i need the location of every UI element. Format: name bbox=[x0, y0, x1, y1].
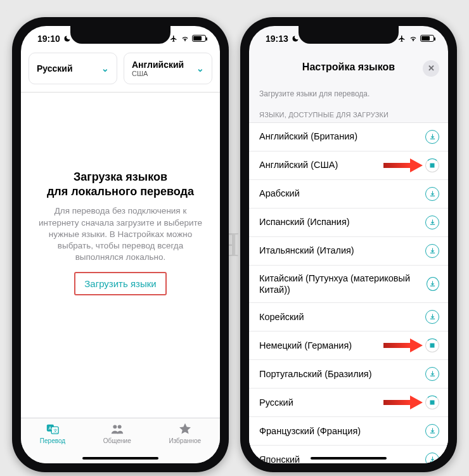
notch bbox=[70, 26, 170, 44]
language-label: Португальский (Бразилия) bbox=[259, 368, 371, 380]
download-progress-icon[interactable] bbox=[425, 338, 439, 352]
close-icon: ✕ bbox=[428, 63, 435, 73]
callout-arrow bbox=[383, 396, 423, 409]
language-label: Испанский (Испания) bbox=[259, 216, 350, 228]
tab-label: Общение bbox=[103, 437, 131, 444]
phone-left: 19:10 Русский ⌄ Английский США bbox=[12, 17, 229, 472]
source-language-label: Русский bbox=[37, 63, 73, 74]
download-icon[interactable] bbox=[425, 215, 439, 229]
language-row[interactable]: Корейский bbox=[249, 303, 448, 331]
download-icon[interactable] bbox=[425, 130, 439, 144]
home-indicator[interactable] bbox=[311, 457, 387, 460]
language-pair-bar: Русский ⌄ Английский США ⌄ bbox=[21, 51, 220, 93]
download-progress-icon[interactable] bbox=[425, 158, 439, 172]
language-row[interactable]: Японский bbox=[249, 446, 448, 463]
language-row[interactable]: Арабский bbox=[249, 180, 448, 209]
language-label: Английский (Британия) bbox=[259, 131, 357, 142]
close-button[interactable]: ✕ bbox=[423, 60, 439, 77]
callout-arrow bbox=[383, 338, 423, 352]
svg-rect-7 bbox=[383, 343, 410, 348]
language-label: Русский bbox=[259, 397, 293, 408]
tab-label: Перевод bbox=[40, 437, 65, 444]
status-time: 19:10 bbox=[37, 34, 60, 44]
chevron-down-icon: ⌄ bbox=[101, 63, 109, 74]
language-row[interactable]: Итальянский (Италия) bbox=[249, 237, 448, 266]
language-label: Английский (США) bbox=[259, 159, 338, 170]
svg-point-5 bbox=[117, 425, 121, 428]
language-row[interactable]: Английский (США) bbox=[249, 151, 448, 180]
target-language-selector[interactable]: Английский США ⌄ bbox=[124, 53, 212, 84]
download-icon[interactable] bbox=[425, 367, 439, 381]
language-label: Арабский bbox=[259, 188, 300, 199]
dnd-moon-icon bbox=[63, 35, 71, 42]
language-list: Английский (Британия)Английский (США)Ара… bbox=[249, 122, 448, 463]
language-row[interactable]: Китайский (Путунхуа (материковый Китай)) bbox=[249, 266, 448, 303]
tab-chat[interactable]: Общение bbox=[103, 422, 131, 444]
section-header: ЯЗЫКИ, ДОСТУПНЫЕ ДЛЯ ЗАГРУЗКИ bbox=[249, 101, 448, 122]
target-language-label: Английский bbox=[132, 60, 184, 70]
star-icon bbox=[177, 422, 193, 436]
empty-title: Загрузка языков для локального перевода bbox=[47, 170, 194, 200]
airplane-icon bbox=[397, 35, 406, 42]
download-icon[interactable] bbox=[425, 310, 439, 324]
download-progress-icon[interactable] bbox=[425, 396, 439, 409]
download-icon[interactable] bbox=[425, 187, 439, 201]
language-row[interactable]: Немецкий (Германия) bbox=[249, 331, 448, 360]
language-row[interactable]: Португальский (Бразилия) bbox=[249, 360, 448, 389]
chevron-down-icon: ⌄ bbox=[196, 63, 204, 74]
battery-icon bbox=[192, 35, 206, 42]
language-row[interactable]: Английский (Британия) bbox=[249, 123, 448, 151]
tab-label: Избранное bbox=[169, 437, 201, 444]
target-language-sub: США bbox=[132, 70, 184, 77]
modal-header: Настройка языков ✕ bbox=[249, 51, 448, 80]
phone-right: 19:13 Настройка языков ✕ Загрузите языки… bbox=[240, 17, 457, 472]
download-icon[interactable] bbox=[427, 277, 439, 291]
language-row[interactable]: Французский (Франция) bbox=[249, 417, 448, 446]
dnd-moon-icon bbox=[292, 35, 299, 42]
download-icon[interactable] bbox=[425, 244, 439, 258]
source-language-selector[interactable]: Русский ⌄ bbox=[29, 53, 117, 84]
home-indicator[interactable] bbox=[82, 457, 158, 460]
wifi-icon bbox=[409, 35, 418, 42]
status-time: 19:13 bbox=[266, 34, 288, 44]
notch bbox=[299, 26, 399, 44]
download-icon[interactable] bbox=[425, 424, 439, 438]
svg-rect-6 bbox=[383, 163, 410, 168]
wifi-icon bbox=[181, 35, 190, 42]
callout-arrow bbox=[383, 158, 423, 172]
tab-translate[interactable]: A文 Перевод bbox=[40, 422, 65, 444]
language-label: Китайский (Путунхуа (материковый Китай)) bbox=[259, 273, 427, 295]
svg-text:A: A bbox=[49, 425, 52, 430]
battery-icon bbox=[420, 35, 434, 42]
language-label: Французский (Франция) bbox=[259, 425, 361, 437]
language-row[interactable]: Русский bbox=[249, 389, 448, 417]
download-languages-button[interactable]: Загрузить языки bbox=[74, 272, 166, 295]
people-icon bbox=[109, 422, 125, 436]
svg-text:文: 文 bbox=[53, 427, 58, 433]
language-label: Итальянский (Италия) bbox=[259, 245, 354, 256]
airplane-icon bbox=[169, 35, 178, 42]
language-label: Японский bbox=[259, 454, 300, 463]
tab-favorites[interactable]: Избранное bbox=[169, 422, 201, 444]
language-label: Корейский bbox=[259, 311, 304, 323]
modal-title: Настройка языков bbox=[302, 61, 395, 73]
hint-text: Загрузите языки для перевода. bbox=[249, 80, 448, 101]
translate-icon: A文 bbox=[44, 422, 61, 436]
empty-state: Загрузка языков для локального перевода … bbox=[21, 93, 220, 418]
svg-point-4 bbox=[113, 425, 117, 428]
download-icon[interactable] bbox=[425, 453, 439, 463]
svg-rect-8 bbox=[383, 400, 410, 405]
language-row[interactable]: Испанский (Испания) bbox=[249, 209, 448, 237]
empty-description: Для перевода без подключения к интернету… bbox=[37, 205, 203, 263]
language-label: Немецкий (Германия) bbox=[259, 340, 352, 351]
